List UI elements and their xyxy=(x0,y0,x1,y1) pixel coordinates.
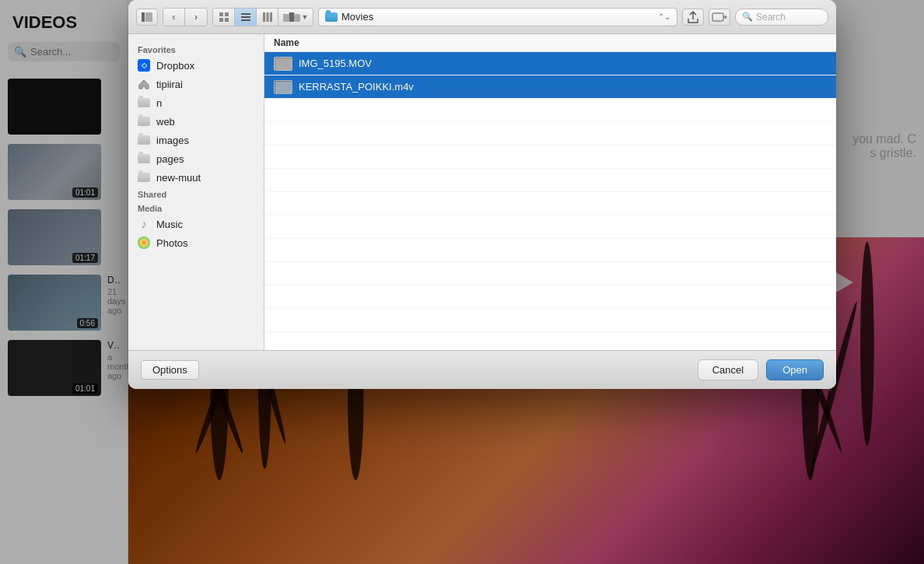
mov-thumbnail xyxy=(275,58,292,71)
svg-rect-31 xyxy=(295,14,300,22)
coverflow-button[interactable]: ▼ xyxy=(278,9,313,26)
sidebar-item-new-muut[interactable]: new-muut xyxy=(128,168,264,187)
svg-rect-18 xyxy=(145,12,152,22)
photos-icon xyxy=(138,236,150,249)
svg-rect-25 xyxy=(241,19,250,21)
m4v-thumbnail xyxy=(275,81,292,94)
photos-label: Photos xyxy=(156,237,187,249)
name-column-header: Name xyxy=(274,37,299,48)
open-button[interactable]: Open xyxy=(766,359,824,380)
folder-new-muut-label: new-muut xyxy=(156,172,201,184)
dropbox-icon: ◇ xyxy=(138,59,150,72)
favorites-section-label: Favorites xyxy=(128,42,264,56)
home-icon xyxy=(138,78,150,90)
empty-row xyxy=(264,309,836,332)
empty-row xyxy=(264,169,836,192)
svg-rect-37 xyxy=(275,82,292,94)
empty-row xyxy=(264,99,836,122)
svg-rect-19 xyxy=(219,12,223,16)
folder-images-icon xyxy=(138,134,150,146)
icon-view-button[interactable] xyxy=(213,9,235,26)
picker-body: Favorites ◇ Dropbox tipiirai xyxy=(128,34,836,350)
sidebar-item-images[interactable]: images xyxy=(128,131,264,149)
file-item-mov[interactable]: IMG_5195.MOV xyxy=(264,52,836,75)
svg-rect-29 xyxy=(283,14,289,22)
svg-rect-34 xyxy=(275,58,292,71)
location-bar[interactable]: Movies ⌃⌄ xyxy=(318,8,677,26)
file-name-m4v: KERRASTA_POIKKI.m4v xyxy=(299,81,414,93)
home-svg-icon xyxy=(138,79,149,89)
coverflow-icon xyxy=(283,12,300,22)
svg-rect-26 xyxy=(263,12,265,22)
search-bar[interactable]: 🔍 Search xyxy=(735,9,828,26)
tipiirai-label: tipiirai xyxy=(156,79,183,90)
folder-web-label: web xyxy=(156,116,175,128)
picker-action-buttons: Cancel Open xyxy=(698,359,824,380)
list-view-button[interactable] xyxy=(235,9,257,26)
back-button[interactable]: ‹ xyxy=(163,9,185,26)
column-view-icon xyxy=(263,12,272,22)
sidebar-item-pages[interactable]: pages xyxy=(128,149,264,168)
svg-rect-24 xyxy=(241,16,250,18)
sidebar-item-photos[interactable]: Photos xyxy=(128,233,264,252)
svg-rect-21 xyxy=(219,18,223,22)
sidebar-item-dropbox[interactable]: ◇ Dropbox xyxy=(128,56,264,75)
sidebar-item-music[interactable]: ♪ Music xyxy=(128,215,264,233)
location-text: Movies xyxy=(325,11,373,23)
search-placeholder: Search xyxy=(756,12,786,23)
column-view-button[interactable] xyxy=(257,9,278,26)
navigation-buttons: ‹ › xyxy=(163,8,208,26)
picker-toolbar: ‹ › xyxy=(128,0,836,34)
media-section-label: Media xyxy=(128,201,264,215)
file-list: Name IMG_5195.MOV xyxy=(264,34,836,350)
share-button[interactable] xyxy=(682,9,704,26)
folder-pages-label: pages xyxy=(156,153,184,165)
empty-row xyxy=(264,122,836,145)
view-mode-buttons: ▼ xyxy=(212,8,313,26)
file-icon-m4v xyxy=(274,80,292,94)
options-button[interactable]: Options xyxy=(141,360,199,380)
cancel-button[interactable]: Cancel xyxy=(698,359,758,380)
svg-rect-30 xyxy=(289,12,294,22)
svg-rect-23 xyxy=(241,13,250,15)
shared-section-label: Shared xyxy=(128,187,264,201)
empty-row xyxy=(264,145,836,169)
empty-row xyxy=(264,215,836,239)
folder-pages-icon xyxy=(138,152,150,165)
folder-n-label: n xyxy=(156,97,162,109)
sidebar-toggle-button[interactable] xyxy=(136,9,158,26)
folder-n-icon xyxy=(138,96,150,109)
location-name: Movies xyxy=(341,11,373,23)
empty-row xyxy=(264,239,836,262)
icon-view-icon xyxy=(219,12,229,22)
folder-icon xyxy=(325,12,338,22)
music-icon: ♪ xyxy=(138,218,150,230)
sidebar-item-web[interactable]: web xyxy=(128,112,264,131)
empty-row xyxy=(264,286,836,309)
empty-row xyxy=(264,192,836,215)
svg-rect-20 xyxy=(225,12,229,16)
svg-rect-28 xyxy=(270,12,272,22)
search-icon: 🔍 xyxy=(742,12,753,22)
sidebar-item-n[interactable]: n xyxy=(128,93,264,112)
folder-images-label: images xyxy=(156,135,189,146)
folder-web-icon xyxy=(138,115,150,128)
folder-new-muut-icon xyxy=(138,171,150,184)
file-list-header: Name xyxy=(264,34,836,52)
file-picker-dialog: ‹ › xyxy=(128,0,836,389)
share-icon xyxy=(688,11,698,23)
file-item-m4v[interactable]: KERRASTA_POIKKI.m4v xyxy=(264,75,836,99)
location-chevron-icon: ⌃⌄ xyxy=(658,12,670,21)
dropbox-label: Dropbox xyxy=(156,60,194,72)
tag-icon xyxy=(712,12,727,23)
picker-sidebar: Favorites ◇ Dropbox tipiirai xyxy=(128,34,264,350)
tag-button[interactable] xyxy=(709,9,730,26)
picker-bottom-bar: Options Cancel Open xyxy=(128,350,836,389)
svg-rect-27 xyxy=(266,12,268,22)
forward-button[interactable]: › xyxy=(185,9,207,26)
empty-row xyxy=(264,262,836,286)
sidebar-item-tipiirai[interactable]: tipiirai xyxy=(128,75,264,93)
list-view-icon xyxy=(241,12,250,22)
sidebar-toggle-icon xyxy=(142,12,152,22)
svg-rect-32 xyxy=(712,13,723,21)
